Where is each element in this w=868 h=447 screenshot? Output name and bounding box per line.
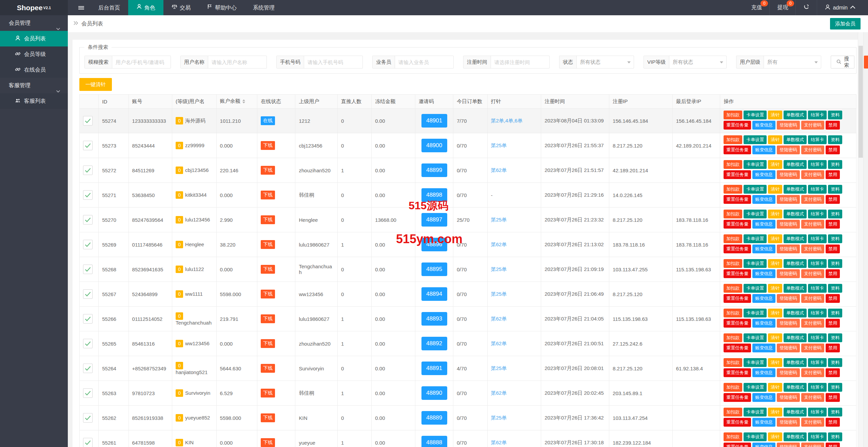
action-button[interactable]: 登陆密码 xyxy=(777,368,800,377)
action-button[interactable]: 重置任务量 xyxy=(724,443,751,447)
needle-link[interactable]: 第62单 xyxy=(491,440,507,445)
row-checkbox[interactable] xyxy=(83,413,93,423)
action-button[interactable]: 重置任务量 xyxy=(724,294,751,303)
row-checkbox[interactable] xyxy=(83,215,93,225)
action-button[interactable]: 结算卡 xyxy=(808,383,827,392)
action-button[interactable]: 资料 xyxy=(828,309,842,317)
action-button[interactable]: 加扣款 xyxy=(724,284,742,293)
action-button[interactable]: 账变信息 xyxy=(752,269,775,278)
action-button[interactable]: 禁用 xyxy=(826,418,840,427)
action-button[interactable]: 卡单设置 xyxy=(744,284,767,293)
action-button[interactable]: 加扣款 xyxy=(724,234,742,243)
invite-code-button[interactable]: 48893 xyxy=(421,312,447,326)
row-checkbox[interactable] xyxy=(83,339,93,348)
sidebar-group-member-management[interactable]: 会员管理 xyxy=(0,15,68,31)
salesman-input[interactable] xyxy=(395,56,453,68)
vip-select[interactable]: 所有状态 xyxy=(669,56,726,68)
sidebar-item-online-member[interactable]: 在线会员 xyxy=(0,62,68,78)
action-button[interactable]: 结算卡 xyxy=(808,234,827,243)
row-checkbox[interactable] xyxy=(83,438,93,447)
action-button[interactable]: 禁用 xyxy=(826,294,840,303)
action-button[interactable]: 结算卡 xyxy=(808,284,827,293)
action-button[interactable]: 卡单设置 xyxy=(744,259,767,268)
action-button[interactable]: 单数模式 xyxy=(784,160,807,169)
withdraw-button[interactable]: 提现 0 xyxy=(769,0,795,15)
search-button[interactable]: 搜 索 xyxy=(831,56,854,69)
action-button[interactable]: 账变信息 xyxy=(752,344,775,352)
action-button[interactable]: 账变信息 xyxy=(752,368,775,377)
row-checkbox[interactable] xyxy=(83,240,93,249)
needle-link[interactable]: 第25单 xyxy=(491,291,507,297)
action-button[interactable]: 卡单设置 xyxy=(744,210,767,218)
action-button[interactable]: 卡单设置 xyxy=(744,160,767,169)
action-button[interactable]: 结算卡 xyxy=(808,210,827,218)
action-button[interactable]: 登陆密码 xyxy=(777,418,800,427)
action-button[interactable]: 卡单设置 xyxy=(744,234,767,243)
action-button[interactable]: 单数模式 xyxy=(784,111,807,119)
action-button[interactable]: 加扣款 xyxy=(724,408,742,416)
action-button[interactable]: 登陆密码 xyxy=(777,170,800,179)
invite-code-button[interactable]: 48901 xyxy=(421,114,447,128)
scrollbar-thumb[interactable] xyxy=(859,46,863,158)
action-button[interactable]: 结算卡 xyxy=(808,309,827,317)
action-button[interactable]: 登陆密码 xyxy=(777,121,800,130)
action-button[interactable]: 加扣款 xyxy=(724,358,742,367)
action-button[interactable]: 结算卡 xyxy=(808,160,827,169)
needle-link[interactable]: 第25单 xyxy=(491,415,507,421)
invite-code-button[interactable]: 48889 xyxy=(421,411,447,425)
user-menu[interactable]: admin xyxy=(817,0,863,15)
action-button[interactable]: 单数模式 xyxy=(784,309,807,317)
action-button[interactable]: 登陆密码 xyxy=(777,269,800,278)
action-button[interactable]: 重置任务量 xyxy=(724,393,751,402)
action-button[interactable]: 禁用 xyxy=(826,319,840,328)
invite-code-button[interactable]: 48891 xyxy=(421,362,447,375)
action-button[interactable]: 支付密码 xyxy=(801,170,824,179)
action-button[interactable]: 卡单设置 xyxy=(744,309,767,317)
action-button[interactable]: 账变信息 xyxy=(752,170,775,179)
action-button[interactable]: 账变信息 xyxy=(752,294,775,303)
action-button[interactable]: 支付密码 xyxy=(801,220,824,229)
invite-code-button[interactable]: 48895 xyxy=(421,263,447,276)
action-button[interactable]: 登陆密码 xyxy=(777,195,800,204)
action-button[interactable]: 结算卡 xyxy=(808,111,827,119)
sort-icon[interactable] xyxy=(242,98,245,105)
action-button[interactable]: 账变信息 xyxy=(752,145,775,154)
invite-code-button[interactable]: 48900 xyxy=(421,139,447,152)
regtime-input[interactable] xyxy=(491,56,549,68)
action-button[interactable]: 禁用 xyxy=(826,145,840,154)
action-button[interactable]: 加扣款 xyxy=(724,210,742,218)
action-button[interactable]: 加扣款 xyxy=(724,333,742,342)
action-button[interactable]: 资料 xyxy=(828,111,842,119)
action-button[interactable]: 卡单设置 xyxy=(744,358,767,367)
action-button[interactable]: 重置任务量 xyxy=(724,344,751,352)
action-button[interactable]: 支付密码 xyxy=(801,195,824,204)
action-button[interactable]: 单数模式 xyxy=(784,432,807,441)
action-button[interactable]: 登陆密码 xyxy=(777,443,800,447)
sidebar-item-service-list[interactable]: 客服列表 xyxy=(0,93,68,109)
action-button[interactable]: 账变信息 xyxy=(752,418,775,427)
action-button[interactable]: 结算卡 xyxy=(808,358,827,367)
needle-link[interactable]: 第62单 xyxy=(491,316,507,322)
action-button[interactable]: 禁用 xyxy=(826,368,840,377)
needle-link[interactable]: 第25单 xyxy=(491,217,507,222)
row-checkbox[interactable] xyxy=(83,388,93,398)
nav-item-system[interactable]: 系统管理 xyxy=(245,0,283,15)
action-button[interactable]: 加扣款 xyxy=(724,160,742,169)
action-button[interactable]: 单数模式 xyxy=(784,358,807,367)
sidebar-item-member-list[interactable]: 会员列表 xyxy=(0,31,68,46)
needle-link[interactable]: 第25单 xyxy=(491,142,507,148)
action-button[interactable]: 资料 xyxy=(828,160,842,169)
action-button[interactable]: 登陆密码 xyxy=(777,145,800,154)
action-button[interactable]: 登陆密码 xyxy=(777,344,800,352)
action-button[interactable]: 重置任务量 xyxy=(724,121,751,130)
action-button[interactable]: 禁用 xyxy=(826,220,840,229)
action-button[interactable]: 单数模式 xyxy=(784,135,807,144)
action-button[interactable]: 清针 xyxy=(768,210,782,218)
action-button[interactable]: 登陆密码 xyxy=(777,319,800,328)
action-button[interactable]: 卡单设置 xyxy=(744,185,767,194)
action-button[interactable]: 结算卡 xyxy=(808,185,827,194)
clear-needle-button[interactable]: 一键清针 xyxy=(79,78,112,91)
action-button[interactable]: 加扣款 xyxy=(724,432,742,441)
sidebar-group-service-management[interactable]: 客服管理 xyxy=(0,78,68,93)
action-button[interactable]: 重置任务量 xyxy=(724,220,751,229)
